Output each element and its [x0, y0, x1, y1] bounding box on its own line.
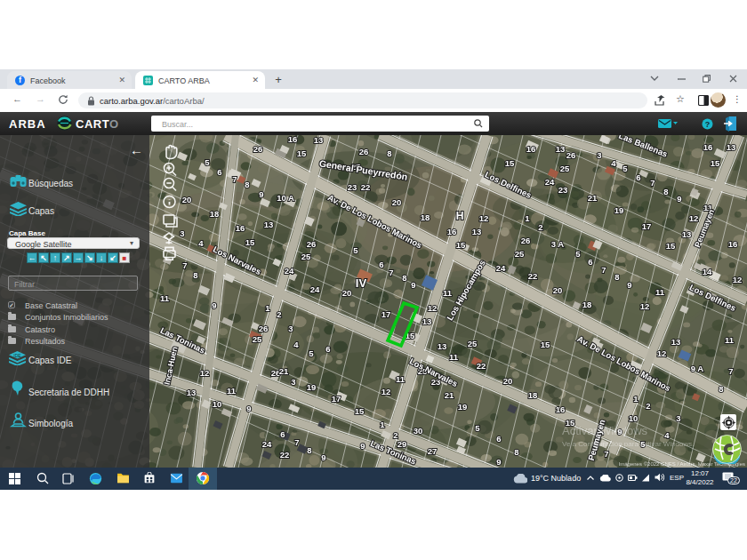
svg-text:2: 2	[277, 309, 281, 319]
svg-text:24: 24	[545, 177, 555, 187]
svg-text:4: 4	[611, 158, 616, 168]
svg-text:11: 11	[160, 293, 170, 303]
svg-text:25: 25	[560, 164, 570, 173]
svg-text:1: 1	[380, 420, 385, 429]
svg-text:9 A: 9 A	[691, 364, 704, 373]
svg-text:13: 13	[472, 227, 482, 236]
svg-text:Ve a Configuración para activa: Ve a Configuración para activar Windows.	[562, 440, 695, 448]
svg-text:11: 11	[725, 335, 735, 345]
svg-text:24: 24	[496, 263, 506, 273]
svg-text:8: 8	[614, 272, 619, 282]
svg-text:16: 16	[447, 227, 457, 236]
svg-text:17: 17	[332, 394, 341, 404]
svg-text:5: 5	[309, 348, 314, 358]
svg-text:15: 15	[355, 406, 365, 416]
svg-text:17: 17	[382, 309, 391, 319]
svg-text:30: 30	[414, 426, 423, 436]
svg-text:18: 18	[210, 209, 220, 219]
svg-text:2: 2	[393, 430, 398, 440]
svg-text:7: 7	[294, 437, 299, 447]
svg-text:26: 26	[566, 150, 576, 160]
svg-text:7: 7	[728, 366, 733, 376]
svg-text:13: 13	[682, 229, 692, 239]
svg-text:16: 16	[728, 239, 738, 249]
svg-text:5: 5	[575, 249, 581, 259]
svg-text:15: 15	[505, 158, 515, 168]
svg-text:21: 21	[445, 390, 454, 400]
svg-text:15: 15	[456, 240, 466, 250]
svg-text:27: 27	[428, 446, 438, 456]
svg-text:2: 2	[538, 222, 542, 232]
svg-text:20: 20	[182, 195, 192, 204]
svg-text:26: 26	[253, 144, 263, 154]
svg-text:10: 10	[629, 413, 639, 423]
svg-text:26: 26	[259, 324, 269, 333]
svg-text:14: 14	[703, 267, 712, 276]
svg-text:26: 26	[359, 147, 369, 156]
svg-text:?: ?	[705, 120, 711, 129]
svg-text:25: 25	[468, 339, 478, 348]
svg-text:24: 24	[262, 439, 272, 449]
svg-text:9: 9	[212, 300, 216, 310]
svg-text:6: 6	[588, 257, 592, 267]
svg-text:4: 4	[198, 238, 204, 248]
svg-text:2: 2	[646, 401, 650, 411]
svg-text:8: 8	[719, 384, 723, 394]
svg-text:25: 25	[515, 249, 525, 259]
svg-text:29: 29	[398, 439, 407, 449]
svg-text:21: 21	[279, 366, 289, 376]
svg-text:3 A: 3 A	[551, 239, 565, 249]
svg-text:11: 11	[443, 288, 453, 298]
svg-text:6: 6	[280, 429, 285, 439]
svg-text:8: 8	[402, 273, 406, 283]
svg-text:13: 13	[727, 142, 736, 152]
svg-text:18: 18	[421, 212, 430, 222]
svg-text:3: 3	[288, 324, 293, 333]
svg-text:18: 18	[528, 390, 538, 400]
svg-text:21: 21	[588, 193, 598, 203]
svg-text:9: 9	[321, 452, 325, 462]
svg-text:12: 12	[689, 213, 699, 223]
svg-text:16: 16	[556, 404, 566, 414]
svg-text:6: 6	[325, 344, 330, 354]
svg-text:15: 15	[245, 237, 255, 247]
svg-text:16: 16	[526, 144, 536, 154]
svg-text:7: 7	[601, 265, 606, 275]
svg-text:22: 22	[528, 271, 538, 281]
svg-text:20: 20	[503, 376, 513, 386]
svg-text:3: 3	[291, 377, 295, 387]
svg-text:19: 19	[307, 382, 317, 392]
svg-text:20: 20	[342, 288, 352, 298]
svg-text:6: 6	[636, 172, 640, 182]
svg-text:6: 6	[496, 434, 501, 444]
svg-text:19: 19	[614, 205, 624, 215]
svg-text:26: 26	[521, 236, 531, 245]
svg-text:16: 16	[703, 142, 713, 152]
svg-text:13: 13	[264, 220, 274, 229]
svg-text:15: 15	[666, 241, 676, 251]
svg-text:12: 12	[479, 213, 489, 223]
svg-text:5: 5	[205, 157, 210, 167]
svg-text:25: 25	[253, 334, 262, 344]
svg-text:5: 5	[622, 164, 628, 173]
svg-text:8: 8	[245, 180, 249, 189]
svg-text:1: 1	[265, 303, 270, 313]
svg-text:8: 8	[387, 148, 391, 158]
svg-text:19: 19	[458, 402, 468, 412]
svg-text:7: 7	[650, 178, 655, 188]
svg-text:12: 12	[382, 387, 391, 396]
svg-text:17: 17	[642, 221, 652, 231]
svg-text:5: 5	[475, 423, 480, 433]
svg-text:13: 13	[187, 388, 197, 397]
svg-text:23: 23	[348, 182, 357, 192]
svg-text:7: 7	[232, 174, 237, 184]
svg-text:H: H	[456, 210, 464, 222]
svg-text:18: 18	[582, 300, 592, 309]
svg-text:9: 9	[627, 280, 631, 290]
svg-text:11: 11	[655, 287, 665, 297]
svg-text:3: 3	[597, 150, 601, 160]
svg-text:4: 4	[293, 340, 299, 349]
svg-text:22: 22	[361, 182, 371, 192]
svg-text:Activar Windows: Activar Windows	[562, 424, 648, 437]
svg-text:4: 4	[664, 430, 670, 440]
